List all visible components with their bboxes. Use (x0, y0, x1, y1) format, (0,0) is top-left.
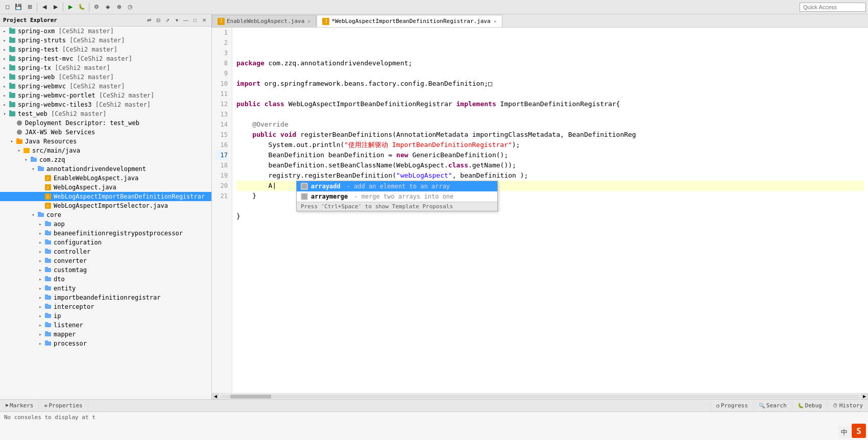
bottom-tab-properties[interactable]: ≡ Properties (39, 400, 88, 411)
properties-label: Properties (49, 402, 82, 409)
tree-item-java-resources[interactable]: ▾Java Resources (0, 137, 211, 146)
tree-item-spring-webmvc-tiles3[interactable]: ▸spring-webmvc-tiles3 [CeShi2 master] (0, 100, 211, 109)
tree-item-test_web[interactable]: ▾test_web [CeShi2 master] (0, 109, 211, 118)
tree-item-controller[interactable]: ▸controller (0, 247, 211, 256)
tree-item-jax-ws[interactable]: JAX-WS Web Services (0, 128, 211, 137)
tree-icon-package (44, 266, 52, 274)
tree-item-entity[interactable]: ▸entity (0, 284, 211, 293)
tree-item-ip[interactable]: ▸ip (0, 311, 211, 321)
bottom-tab-markers[interactable]: ⚑ Markers (0, 400, 39, 411)
code-line-2[interactable] (236, 68, 864, 79)
tree-item-annotationdrivendevelopment[interactable]: ▾annotationdrivendevelopment (0, 164, 211, 174)
code-line-11[interactable]: @Override (236, 119, 864, 130)
svg-rect-59 (45, 314, 51, 318)
tree-item-processor[interactable]: ▸processor (0, 339, 211, 348)
tree-item-WebLogAspectImportBeanDefinitionRegistrar-java[interactable]: JWebLogAspectImportBeanDefinitionRegistr… (0, 192, 211, 201)
toolbar-extra3[interactable]: ⊕ (114, 2, 124, 12)
tree-item-spring-webmvc[interactable]: ▸spring-webmvc [CeShi2 master] (0, 82, 211, 91)
code-line-16[interactable]: registry.registerBeanDefinition("webLogA… (236, 170, 864, 181)
pe-link-btn[interactable]: ⇗ (163, 16, 172, 25)
tree-item-spring-test-mvc[interactable]: ▸spring-test-mvc [CeShi2 master] (0, 54, 211, 63)
bottom-tab-debug[interactable]: 🐛 Debug (792, 401, 827, 410)
tree-item-dto[interactable]: ▸dto (0, 275, 211, 284)
bottom-tab-progress[interactable]: ◷ Progress (711, 401, 753, 410)
tree-icon-package (44, 294, 52, 302)
hscroll-left-btn[interactable]: ◀ (212, 394, 219, 400)
toolbar-extra4[interactable]: ◷ (125, 2, 135, 12)
tree-item-configuration[interactable]: ▸configuration (0, 238, 211, 247)
code-line-21[interactable] (236, 222, 864, 232)
quick-access-input[interactable] (800, 3, 866, 12)
tree-item-interceptor[interactable]: ▸interceptor (0, 302, 211, 311)
pe-menu-btn[interactable]: ▾ (173, 16, 181, 25)
tree-label-core: core (46, 211, 61, 218)
code-line-3[interactable]: import org.springframework.beans.factory… (236, 79, 864, 89)
tree-item-src-main-java[interactable]: ▾src/main/java (0, 146, 211, 155)
toolbar-save-all-btn[interactable]: ⊞ (25, 2, 35, 12)
code-line-10[interactable] (236, 109, 864, 119)
tree-item-customtag[interactable]: ▸customtag (0, 265, 211, 275)
pe-close-btn[interactable]: ✕ (200, 16, 208, 25)
main-layout: Project Explorer ⇄ ⊟ ⇗ ▾ — □ ✕ ▸spring-o… (0, 14, 868, 440)
tab-bar: JEnableWebLogAspect.java✕J*WebLogAspectI… (212, 14, 868, 28)
svg-rect-53 (45, 286, 51, 290)
tree-arrow-WebLogAspectImportSelector-java (37, 202, 44, 209)
pe-collapse-btn[interactable]: ⊟ (154, 16, 162, 25)
editor-tab-tab2[interactable]: J*WebLogAspectImportBeanDefinitionRegist… (317, 15, 502, 27)
tree-item-importbeandefinitionregistrar[interactable]: ▸importbeandefinitionregistrar (0, 293, 211, 302)
pe-min-btn[interactable]: — (182, 16, 190, 25)
svg-rect-48 (45, 258, 48, 259)
editor-tab-tab1[interactable]: JEnableWebLogAspect.java✕ (212, 15, 316, 27)
svg-rect-50 (45, 267, 48, 268)
toolbar-back-btn[interactable]: ◀ (39, 2, 50, 12)
code-line-9[interactable]: public class WebLogAspectImportBeanDefin… (236, 99, 864, 109)
tree-item-listener[interactable]: ▸listener (0, 321, 211, 330)
tree-item-WebLogAspectImportSelector-java[interactable]: JWebLogAspectImportSelector.java (0, 201, 211, 210)
editor-hscroll: ◀ ▶ (212, 393, 868, 399)
toolbar-extra2[interactable]: ◈ (103, 2, 113, 12)
bottom-tab-search[interactable]: 🔍 Search (753, 401, 792, 410)
toolbar-run-btn[interactable]: ▶ (65, 2, 76, 12)
code-line-13[interactable]: System.out.println("使用注解驱动 ImportBeanDef… (236, 140, 864, 150)
toolbar-forward-btn[interactable]: ▶ (51, 2, 61, 12)
bottom-tab-history[interactable]: ⏱ History (827, 401, 868, 410)
tree-arrow-spring-struts: ▸ (1, 37, 8, 44)
tree-item-deployment-descriptor[interactable]: Deployment Descriptor: test_web (0, 118, 211, 128)
toolbar-save-btn[interactable]: 💾 (13, 2, 23, 12)
tree-item-com-zzq[interactable]: ▾com.zzq (0, 155, 211, 164)
tree-item-spring-oxm[interactable]: ▸spring-oxm [CeShi2 master] (0, 27, 211, 36)
pe-tree: ▸spring-oxm [CeShi2 master]▸spring-strut… (0, 27, 211, 399)
autocomplete-item-ac2[interactable]: arraymerge - merge two arrays into one (297, 191, 497, 202)
ac-keyword-ac1: arrayadd (311, 183, 341, 190)
tree-item-converter[interactable]: ▸converter (0, 256, 211, 265)
tree-item-beaneefinitionregistrypostprocessor[interactable]: ▸beaneefinitionregistrypostprocessor (0, 229, 211, 238)
tree-branch-spring-oxm: [CeShi2 master] (58, 28, 113, 35)
pe-max-btn[interactable]: □ (191, 16, 199, 25)
code-line-8[interactable] (236, 89, 864, 99)
toolbar-extra1[interactable]: ⚙ (91, 2, 102, 12)
tree-item-EnableWebLogAspect-java[interactable]: JEnableWebLogAspect.java (0, 174, 211, 183)
toolbar-new-btn[interactable]: ◻ (2, 2, 12, 12)
code-line-1[interactable]: package com.zzq.annotationdrivendevelopm… (236, 58, 864, 68)
autocomplete-item-ac1[interactable]: arrayadd - add an element to an array (297, 181, 497, 191)
tree-item-aop[interactable]: ▸aop (0, 219, 211, 229)
tree-label-configuration: configuration (54, 239, 102, 246)
tab-close-tab1[interactable]: ✕ (307, 18, 310, 24)
hscroll-right-btn[interactable]: ▶ (861, 394, 868, 400)
tree-item-core[interactable]: ▾core (0, 210, 211, 219)
tree-item-spring-tx[interactable]: ▸spring-tx [CeShi2 master] (0, 63, 211, 72)
pe-sync-btn[interactable]: ⇄ (145, 16, 153, 25)
code-line-14[interactable]: BeanDefinition beanDefinition = new Gene… (236, 150, 864, 160)
code-line-15[interactable]: beanDefinition.setBeanClassName(WebLogAs… (236, 160, 864, 170)
tab-close-tab2[interactable]: ✕ (494, 18, 497, 24)
tree-item-mapper[interactable]: ▸mapper (0, 330, 211, 339)
code-line-12[interactable]: public void registerBeanDefinitions(Anno… (236, 130, 864, 140)
tree-item-spring-web[interactable]: ▸spring-web [CeShi2 master] (0, 72, 211, 82)
tree-item-spring-struts[interactable]: ▸spring-struts [CeShi2 master] (0, 36, 211, 45)
tree-item-spring-webmvc-portlet[interactable]: ▸spring-webmvc-portlet [CeShi2 master] (0, 91, 211, 100)
tree-item-spring-test[interactable]: ▸spring-test [CeShi2 master] (0, 45, 211, 54)
toolbar-debug-btn[interactable]: 🐛 (77, 2, 87, 12)
code-line-20[interactable]: } (236, 211, 864, 222)
ac-item-icon-ac1 (301, 183, 308, 190)
tree-item-WebLogAspect-java[interactable]: JWebLogAspect.java (0, 183, 211, 192)
